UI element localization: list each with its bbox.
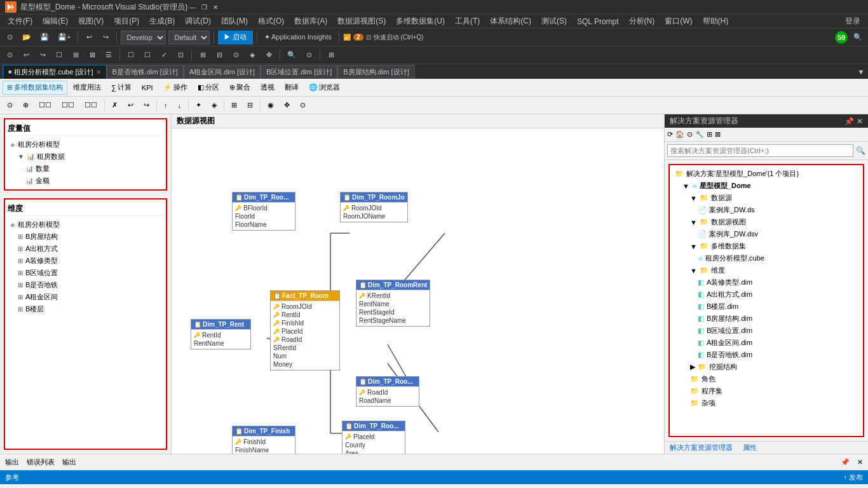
tab-scroll-down[interactable]: ▼	[854, 65, 868, 79]
error-list-tab[interactable]: 错误列表	[27, 458, 55, 467]
dim-roomjo-table[interactable]: 📋Dim_TP_RoomJo 🔑RoomJOId RoomJOName	[340, 192, 408, 222]
tb2-btn2[interactable]: ↩	[19, 48, 33, 62]
tab-dim4[interactable]: B房屋结构.dim [设计]	[337, 65, 414, 79]
ct2-btn14[interactable]: ⊟	[243, 98, 257, 112]
dim-cube-item[interactable]: ◈ 租房分析模型	[8, 219, 163, 231]
output-tab[interactable]: 输出	[5, 458, 19, 467]
sol-cube-file[interactable]: ◈ 租房分析模型.cube	[672, 252, 860, 264]
develop-dropdown[interactable]: Develop	[121, 30, 166, 44]
menu-view[interactable]: 视图(V)	[73, 15, 109, 28]
sol-dsv-folder[interactable]: ▼ 📁 数据源视图	[672, 216, 860, 228]
tab-cube-close[interactable]: ✕	[96, 69, 101, 76]
measure-count-item[interactable]: 📊 数量	[23, 163, 163, 175]
ct2-btn8[interactable]: ↪	[139, 98, 154, 112]
cube-btn-translate[interactable]: 翻译	[280, 81, 303, 95]
tb2-btn7[interactable]: ☰	[102, 48, 116, 62]
measure-group-item[interactable]: ▼ 📊 租房数据	[15, 151, 163, 163]
solution-close-icon[interactable]: ✕	[857, 117, 863, 126]
sol-dsv-file[interactable]: 📄 案例库_DW.dsv	[672, 228, 860, 240]
sol-dim-floor[interactable]: ◧ B楼层.dim	[672, 301, 860, 313]
tb2-btn12[interactable]: ⊞	[196, 48, 210, 62]
dim-floor[interactable]: ⊞ B楼层	[15, 303, 163, 315]
save-all-button[interactable]: 💾+	[55, 30, 74, 44]
sol-dim-price[interactable]: ◧ A租金区间.dim	[672, 337, 860, 349]
menu-debug[interactable]: 调试(D)	[180, 15, 216, 28]
tab-dim2[interactable]: A租金区间.dim [设计]	[184, 65, 261, 79]
ct2-btn6[interactable]: ✗	[107, 98, 122, 112]
dim-rent-table[interactable]: 📋Dim_TP_Rent 🔑RentId RentName	[191, 319, 251, 349]
tb2-btn8[interactable]: ☐	[124, 48, 138, 62]
dim-price-range[interactable]: ⊞ A租金区间	[15, 291, 163, 303]
measure-amount-item[interactable]: 📊 金额	[23, 175, 163, 187]
save-button[interactable]: 💾	[37, 30, 52, 44]
tab-cube[interactable]: ■ 租房分析模型.cube [设计] ✕	[3, 65, 107, 79]
tb2-btn16[interactable]: ✥	[262, 48, 276, 62]
sol-misc[interactable]: 📁 杂项	[672, 397, 860, 409]
tb2-btn17[interactable]: 🔍	[284, 48, 299, 62]
dim-house-struct[interactable]: ⊞ B房屋结构	[15, 231, 163, 243]
solution-toolbar-btn4[interactable]: 🔧	[695, 130, 704, 139]
ct2-btn7[interactable]: ↩	[123, 98, 138, 112]
menu-login[interactable]: 登录	[840, 15, 865, 28]
sol-dim-decoration[interactable]: ◧ A装修类型.dim	[672, 276, 860, 288]
open-button[interactable]: 📂	[19, 30, 34, 44]
menu-project[interactable]: 项目(P)	[109, 15, 144, 28]
menu-tools[interactable]: 工具(T)	[450, 15, 485, 28]
search-icon[interactable]: 🔍	[850, 30, 865, 44]
sol-dim-rent-type[interactable]: ◧ A出租方式.dim	[672, 288, 860, 301]
cube-btn-calc[interactable]: ∑ 计算	[107, 81, 136, 95]
tb2-btn4[interactable]: ☐	[52, 48, 66, 62]
dsv-canvas[interactable]: 📋Fact_TP_Room 🔑RoomJOId 🔑RentId 🔑FinishI…	[172, 128, 664, 454]
redo-button[interactable]: ↪	[98, 30, 112, 44]
solution-search-input[interactable]	[667, 144, 853, 157]
dim-rent-type[interactable]: ⊞ A出租方式	[15, 243, 163, 255]
ct2-btn5[interactable]: ☐☐	[80, 98, 102, 112]
sol-ds-file[interactable]: 📄 案例库_DW.ds	[672, 204, 860, 216]
bottom-close-icon[interactable]: ✕	[857, 458, 863, 466]
output-content-tab[interactable]: 输出	[62, 458, 76, 467]
solution-pin-icon[interactable]: 📌	[844, 117, 854, 126]
menu-test[interactable]: 测试(S)	[536, 15, 572, 28]
dim-subway[interactable]: ⊞ B是否地铁	[15, 279, 163, 291]
menu-file[interactable]: 文件(F)	[3, 15, 37, 28]
sol-cubes-folder[interactable]: ▼ 📁 多维数据集	[672, 240, 860, 252]
menu-build[interactable]: 生成(B)	[144, 15, 180, 28]
ct2-btn1[interactable]: ⊙	[3, 98, 17, 112]
menu-database[interactable]: 数据库(A)	[289, 15, 332, 28]
undo-button[interactable]: ↩	[82, 30, 96, 44]
ct2-btn4[interactable]: ☐☐	[57, 98, 79, 112]
restore-button[interactable]: ❐	[199, 2, 209, 12]
tb2-btn5[interactable]: ⊞	[69, 48, 83, 62]
config-dropdown[interactable]: Default	[168, 30, 210, 44]
tb2-btn1[interactable]: ⊙	[3, 48, 17, 62]
solution-search-icon[interactable]: 🔍	[856, 146, 865, 155]
sol-assembly[interactable]: 📁 程序集	[672, 385, 860, 397]
sol-dim-subway[interactable]: ◧ B是否地铁.dim	[672, 349, 860, 361]
sol-project[interactable]: ▼ ◈ 星型模型_Dome	[672, 180, 860, 192]
tb2-btn10[interactable]: ✓	[157, 48, 171, 62]
minimize-button[interactable]: —	[187, 2, 198, 12]
cube-btn-action[interactable]: ⚡ 操作	[159, 81, 192, 95]
user-avatar[interactable]: 59	[835, 31, 848, 44]
dim-floor-table[interactable]: 📋Dim_TP_Roo... 🔑BFloorId FloorId FloorNa…	[232, 192, 295, 231]
menu-help[interactable]: 帮助(H)	[698, 15, 734, 28]
menu-analyze[interactable]: 分析(N)	[624, 15, 660, 28]
sol-mining[interactable]: ▶ 📁 挖掘结构	[672, 361, 860, 373]
solution-toolbar-btn1[interactable]: ⟳	[667, 130, 673, 139]
cube-btn-structure[interactable]: ⊞ 多维数据集结构	[3, 81, 67, 95]
sol-datasources[interactable]: ▼ 📁 数据源	[672, 192, 860, 204]
ct2-btn11[interactable]: ✦	[191, 98, 206, 112]
tb2-btn3[interactable]: ↪	[36, 48, 50, 62]
menu-edit[interactable]: 编辑(E)	[37, 15, 73, 28]
ct2-btn3[interactable]: ☐☐	[34, 98, 56, 112]
dim-roomrent-table[interactable]: 📋Dim_TP_RoomRent 🔑KRentId RentName RentS…	[356, 280, 430, 327]
publish-button[interactable]: ↑ 发布	[843, 473, 863, 482]
dim-decoration[interactable]: ⊞ A装修类型	[15, 255, 163, 267]
cube-btn-perspective[interactable]: 透视	[256, 81, 279, 95]
solution-toolbar-btn3[interactable]: ⊙	[687, 130, 693, 139]
tab-dim3[interactable]: B区域位置.dim [设计]	[261, 65, 337, 79]
menu-window[interactable]: 窗口(W)	[660, 15, 697, 28]
new-button[interactable]: ⊙	[3, 30, 17, 44]
ct2-btn13[interactable]: ⊞	[227, 98, 241, 112]
sol-dim-house[interactable]: ◧ B房屋结构.dim	[672, 313, 860, 325]
